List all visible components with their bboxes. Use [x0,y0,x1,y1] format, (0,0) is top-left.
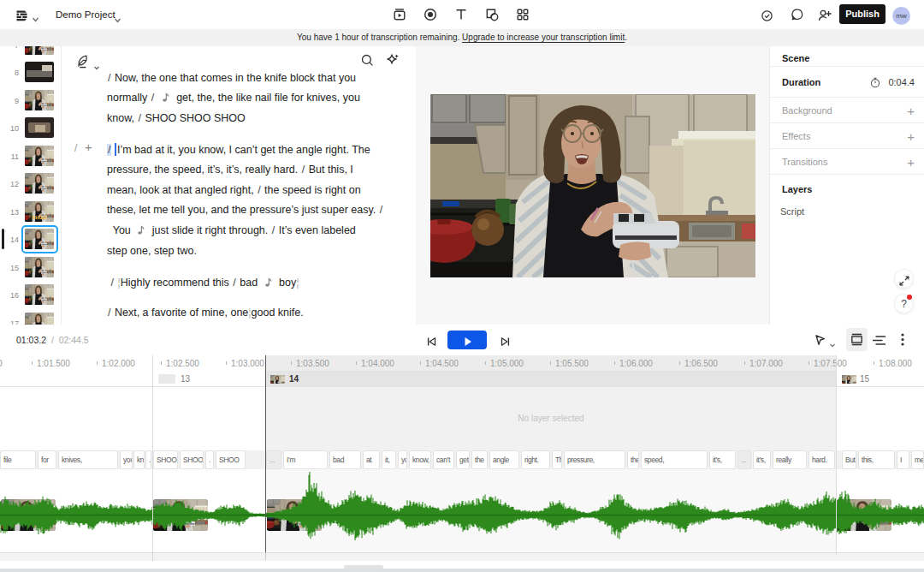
svg-text:SHOO: SHOO [32,215,47,220]
